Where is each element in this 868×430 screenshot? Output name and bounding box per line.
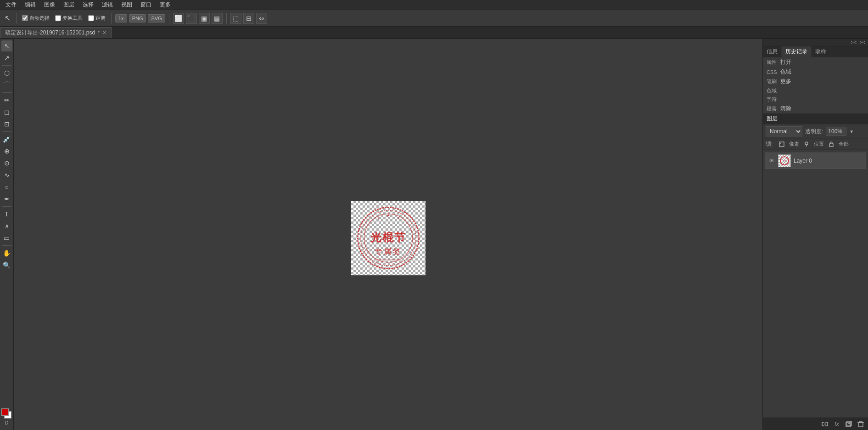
- color-swatch-pair[interactable]: [1, 408, 12, 419]
- collapse-icon[interactable]: ><: [859, 40, 865, 45]
- menu-image[interactable]: 图像: [40, 0, 59, 10]
- layers-bottom: fx: [763, 417, 868, 430]
- align-top-icon[interactable]: ▤: [212, 13, 223, 24]
- rpanel-value-paragraph: 清除: [780, 105, 791, 113]
- tool-divider-5: [2, 245, 11, 246]
- tab-filename: 稿定设计导出-20190716-152001.psd: [5, 29, 95, 37]
- tab-close-button[interactable]: ✕: [102, 30, 106, 36]
- svg-rect-21: [858, 423, 863, 427]
- stamp-svg: ★ ★ ★ 光棍节 专属签: [354, 204, 422, 272]
- path-select-tool[interactable]: ∧: [1, 221, 12, 232]
- toolbar: ↖ 自动选择 变换工具 距离 1x PNG SVG ⬜ ⬛ ▣ ▤ ⬚ ⊟ ⇔: [0, 10, 868, 27]
- selection-tool[interactable]: ↖: [1, 40, 12, 51]
- rpanel-row-brush[interactable]: 笔刷 更多: [763, 77, 868, 86]
- lock-position-label: 位置: [814, 141, 824, 147]
- lock-all-icon[interactable]: [828, 141, 835, 148]
- rpanel-value-attributes: 打开: [780, 58, 791, 66]
- align-right-icon[interactable]: ▣: [199, 13, 210, 24]
- layers-panel: 图层 Normal 透明度: ▼ 锁: 像素: [763, 113, 868, 430]
- distribute-h-icon[interactable]: ⬚: [230, 13, 241, 24]
- rpanel-tab-sample[interactable]: 取样: [812, 46, 830, 57]
- delete-layer-button[interactable]: [856, 419, 865, 429]
- rpanel-row-attributes[interactable]: 属性 打开: [763, 57, 868, 67]
- link-layers-button[interactable]: [820, 419, 829, 429]
- direct-select-tool[interactable]: ↗: [1, 52, 12, 63]
- expand-icon[interactable]: ><: [851, 40, 857, 45]
- rpanel-row-char[interactable]: 字符: [763, 95, 868, 104]
- tab-modified-indicator: *: [98, 30, 100, 35]
- svg-text:节: 节: [783, 160, 786, 163]
- svg-text:专属签: 专属签: [375, 247, 402, 256]
- move-tool-icon: ↖: [3, 13, 12, 23]
- document-tab[interactable]: 稿定设计导出-20190716-152001.psd * ✕: [0, 27, 112, 38]
- opacity-label: 透明度:: [805, 128, 823, 136]
- layers-lock-row: 锁: 像素 位置 全部: [763, 139, 868, 150]
- canvas-area[interactable]: ★ ★ ★ 光棍节 专属签: [14, 39, 762, 430]
- blend-mode-select[interactable]: Normal: [766, 126, 802, 136]
- fx-button[interactable]: fx: [832, 419, 841, 429]
- eyedropper-tool[interactable]: 💉: [1, 134, 12, 145]
- transform-checkbox-group: 变换工具: [53, 14, 84, 23]
- zoom-tool[interactable]: 🔍: [1, 260, 12, 271]
- transform-checkbox[interactable]: [55, 15, 61, 21]
- stamp-tool[interactable]: ⊙: [1, 158, 12, 169]
- menu-edit[interactable]: 编辑: [21, 0, 39, 10]
- rpanel-label-char: 字符: [767, 96, 780, 103]
- layer-thumbnail: 节: [778, 154, 791, 167]
- menu-bar: 文件 编辑 图像 图层 选择 滤镜 视图 窗口 更多: [0, 0, 868, 10]
- smudge-tool[interactable]: ∿: [1, 170, 12, 181]
- brush-tool[interactable]: ✏: [1, 95, 12, 106]
- dodge-tool[interactable]: ○: [1, 181, 12, 192]
- hand-tool[interactable]: ✋: [1, 248, 12, 259]
- align-center-h-icon[interactable]: ⬛: [186, 13, 197, 24]
- layer-item-0[interactable]: 👁 节 Layer 0: [765, 153, 866, 169]
- text-tool[interactable]: T: [1, 209, 12, 220]
- menu-view[interactable]: 视图: [118, 0, 136, 10]
- new-layer-button[interactable]: [844, 419, 853, 429]
- menu-select[interactable]: 选择: [79, 0, 97, 10]
- opacity-arrow-icon[interactable]: ▼: [849, 129, 854, 134]
- opacity-input[interactable]: [826, 127, 846, 136]
- menu-file[interactable]: 文件: [2, 0, 20, 10]
- menu-more[interactable]: 更多: [156, 0, 174, 10]
- align-left-icon[interactable]: ⬜: [173, 13, 184, 24]
- distribute-v-icon[interactable]: ⊟: [243, 13, 254, 24]
- tool-divider-1: [2, 65, 11, 66]
- distance-checkbox[interactable]: [88, 15, 94, 21]
- lasso-tool[interactable]: ⌒: [1, 79, 12, 91]
- svg-point-11: [805, 142, 808, 145]
- svg-button[interactable]: SVG: [148, 14, 165, 23]
- rpanel-tab-info[interactable]: 信息: [763, 46, 782, 57]
- auto-select-checkbox[interactable]: [22, 15, 28, 21]
- menu-layer[interactable]: 图层: [60, 0, 78, 10]
- spacing-icon[interactable]: ⇔: [256, 13, 267, 24]
- healing-tool[interactable]: ⊕: [1, 146, 12, 157]
- rpanel-row-paragraph[interactable]: 段落 清除: [763, 104, 868, 113]
- stamp-overlay: ★ ★ ★ 光棍节 专属签: [351, 201, 426, 275]
- png-button[interactable]: PNG: [129, 14, 146, 23]
- crop-tool[interactable]: ⊡: [1, 119, 12, 130]
- layers-title: 图层: [767, 115, 778, 123]
- menu-window[interactable]: 窗口: [137, 0, 155, 10]
- layer-visibility-icon[interactable]: 👁: [768, 157, 775, 164]
- pen-tool[interactable]: ✒: [1, 193, 12, 204]
- lock-label: 锁:: [766, 140, 773, 148]
- rpanel-tab-history[interactable]: 历史记录: [782, 46, 812, 57]
- menu-filter[interactable]: 滤镜: [98, 0, 117, 10]
- shape-tool[interactable]: ▭: [1, 232, 12, 243]
- rpanel-label-colorgamut: 色域: [767, 87, 780, 94]
- distance-label: 距离: [95, 15, 106, 22]
- rpanel-row-colorgamut[interactable]: 色域: [763, 86, 868, 95]
- layers-list: 👁 节 Layer 0: [763, 150, 868, 417]
- svg-text:★: ★: [386, 213, 390, 218]
- scale-button[interactable]: 1x: [115, 14, 127, 23]
- rpanel-row-css[interactable]: CSS 色域: [763, 67, 868, 77]
- lock-pixels-icon[interactable]: [778, 141, 785, 148]
- foreground-color-swatch[interactable]: [1, 408, 9, 416]
- eraser-tool[interactable]: ◻: [1, 107, 12, 118]
- canvas-image: ★ ★ ★ 光棍节 专属签: [351, 201, 426, 275]
- rpanel-label-brush: 笔刷: [767, 78, 780, 85]
- marquee-tool[interactable]: ⬡: [1, 68, 12, 79]
- lock-position-icon[interactable]: [803, 141, 810, 148]
- layer-thumb-stamp-svg: 节: [779, 156, 790, 166]
